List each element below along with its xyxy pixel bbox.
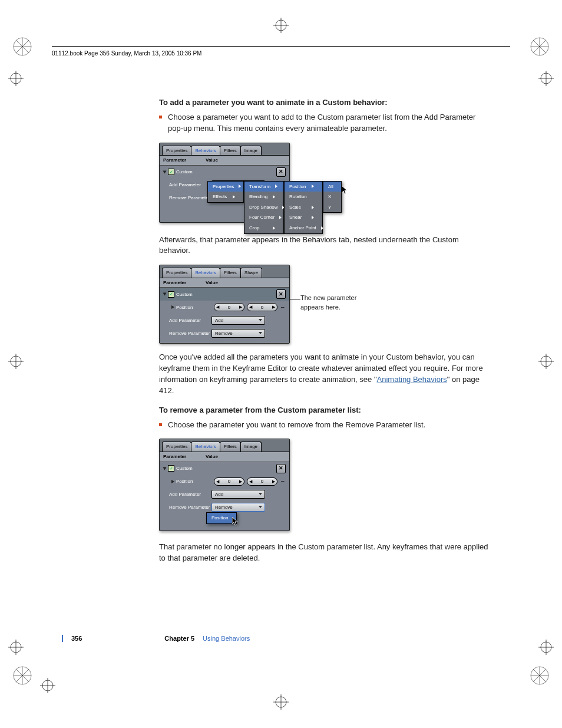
close-button[interactable]: ✕: [276, 464, 286, 473]
row-remove-parameter: Remove Parameter: [163, 330, 211, 337]
submenu-icon: [273, 226, 275, 230]
regmark-right-mid: [538, 354, 554, 369]
tab-behaviors[interactable]: Behaviors: [191, 146, 220, 156]
remove-parameter-dropdown[interactable]: Remove: [211, 503, 265, 512]
row-add-parameter: Add Parameter: [163, 182, 211, 189]
tab-image[interactable]: Image: [240, 146, 262, 156]
pdf-header-text: 01112.book Page 356 Sunday, March 13, 20…: [52, 50, 201, 57]
disclosure-icon[interactable]: [163, 467, 167, 470]
row-add-parameter: Add Parameter: [163, 491, 211, 498]
link-animating-behaviors[interactable]: Animating Behaviors: [377, 375, 447, 384]
remove-parameter-dropdown[interactable]: Remove: [211, 329, 265, 338]
regmark-right-bot: [538, 640, 554, 655]
section-heading-remove: To remove a parameter from the Custom pa…: [159, 405, 489, 416]
menu-item-effects[interactable]: Effects: [213, 193, 227, 200]
menu-item-drop-shadow[interactable]: Drop Shadow: [249, 204, 277, 211]
add-parameter-dropdown[interactable]: Add: [211, 490, 265, 499]
row-remove-parameter: Remove Parameter: [163, 504, 211, 511]
menu-item-y[interactable]: Y: [328, 204, 331, 211]
bullet-text-remove: Choose the parameter you want to remove …: [168, 420, 425, 431]
row-remove-parameter: Remove Parameter: [163, 195, 211, 202]
col-parameter: Parameter: [163, 453, 206, 460]
submenu-icon: [233, 195, 235, 199]
close-button[interactable]: ✕: [276, 167, 286, 177]
regmark-left-bot: [8, 640, 24, 655]
tab-filters[interactable]: Filters: [220, 442, 241, 452]
bullet-icon: [159, 423, 162, 426]
tab-shape[interactable]: Shape: [240, 268, 262, 278]
submenu-icon: [312, 185, 314, 188]
menu-item-anchor-point[interactable]: Anchor Point: [289, 225, 316, 232]
para-final: That parameter no longer appears in the …: [159, 542, 489, 564]
checkbox-custom[interactable]: ✓: [168, 291, 174, 298]
add-parameter-dropdown[interactable]: Add: [211, 316, 265, 325]
menu-item-position[interactable]: Position: [289, 183, 306, 190]
cursor-icon: [342, 186, 349, 195]
tab-filters[interactable]: Filters: [220, 268, 241, 278]
regmark-top-left2: [40, 678, 55, 693]
menu-item-rotation[interactable]: Rotation: [289, 193, 307, 200]
disclosure-icon[interactable]: [171, 480, 174, 483]
starburst-br: [530, 666, 549, 685]
col-parameter: Parameter: [163, 279, 206, 286]
tab-properties[interactable]: Properties: [162, 146, 191, 156]
menu-item-four-corner[interactable]: Four Corner: [249, 214, 275, 221]
pdf-header-line: 01112.book Page 356 Sunday, March 13, 20…: [52, 46, 510, 57]
submenu-icon: [321, 226, 323, 230]
bullet-icon: [159, 116, 162, 118]
menu-level-2[interactable]: Transform Blending Drop Shadow Four Corn…: [244, 181, 284, 234]
chapter-label: Chapter 5: [164, 635, 194, 642]
tab-properties[interactable]: Properties: [162, 268, 191, 278]
regmark-right-top: [538, 71, 554, 86]
disclosure-icon[interactable]: [163, 293, 167, 296]
menu-item-x[interactable]: X: [328, 193, 331, 200]
menu-item-properties[interactable]: Properties: [213, 183, 234, 190]
col-value: Value: [206, 453, 218, 460]
submenu-icon: [312, 216, 314, 219]
tab-filters[interactable]: Filters: [220, 146, 241, 156]
row-add-parameter: Add Parameter: [163, 317, 211, 324]
row-position: Position: [176, 478, 193, 485]
position-y-stepper[interactable]: ◀0▶: [247, 477, 277, 486]
menu-level-1[interactable]: Properties Effects: [207, 181, 244, 203]
menu-item-scale[interactable]: Scale: [289, 204, 301, 211]
close-button[interactable]: ✕: [276, 289, 286, 299]
menu-item-blending[interactable]: Blending: [249, 193, 267, 200]
submenu-icon: [279, 216, 282, 219]
keyframe-menu-icon[interactable]: –: [280, 303, 286, 312]
menu-level-3[interactable]: Position Rotation Scale Shear Anchor Poi…: [284, 181, 323, 234]
menu-item-transform[interactable]: Transform: [249, 183, 270, 190]
disclosure-icon[interactable]: [163, 170, 167, 173]
submenu-icon: [275, 185, 277, 188]
tab-image[interactable]: Image: [240, 442, 262, 452]
para-once-added: Once you've added all the parameters you…: [159, 352, 489, 396]
submenu-icon: [239, 185, 241, 188]
starburst-tr: [530, 37, 549, 56]
menu-item-all[interactable]: All: [328, 183, 333, 190]
position-y-stepper[interactable]: ◀0▶: [247, 303, 277, 311]
tab-properties[interactable]: Properties: [162, 442, 191, 452]
row-custom: Custom: [176, 169, 193, 176]
page-footer: 356 Chapter 5 Using Behaviors: [62, 635, 250, 642]
regmark-bot-mid: [273, 694, 289, 710]
callout-text: The new parameter appears here.: [300, 294, 365, 312]
keyframe-menu-icon[interactable]: –: [280, 477, 286, 486]
regmark-top-mid: [273, 18, 289, 33]
submenu-icon: [273, 195, 275, 199]
position-x-stepper[interactable]: ◀0▶: [214, 303, 244, 311]
tab-behaviors[interactable]: Behaviors: [191, 442, 220, 452]
menu-item-crop[interactable]: Crop: [249, 225, 259, 232]
checkbox-custom[interactable]: ✓: [168, 465, 174, 472]
disclosure-icon[interactable]: [171, 305, 174, 309]
tab-behaviors[interactable]: Behaviors: [191, 268, 220, 278]
menu-item-position[interactable]: Position: [211, 515, 228, 522]
position-x-stepper[interactable]: ◀0▶: [214, 477, 244, 486]
page-number: 356: [71, 635, 82, 642]
menu-item-shear[interactable]: Shear: [289, 214, 302, 221]
checkbox-custom[interactable]: ✓: [168, 169, 174, 175]
cursor-icon: [232, 517, 239, 526]
col-value: Value: [206, 279, 218, 286]
footer-rule: [62, 635, 63, 642]
menu-level-4[interactable]: All X Y: [323, 181, 342, 213]
col-value: Value: [206, 157, 218, 164]
